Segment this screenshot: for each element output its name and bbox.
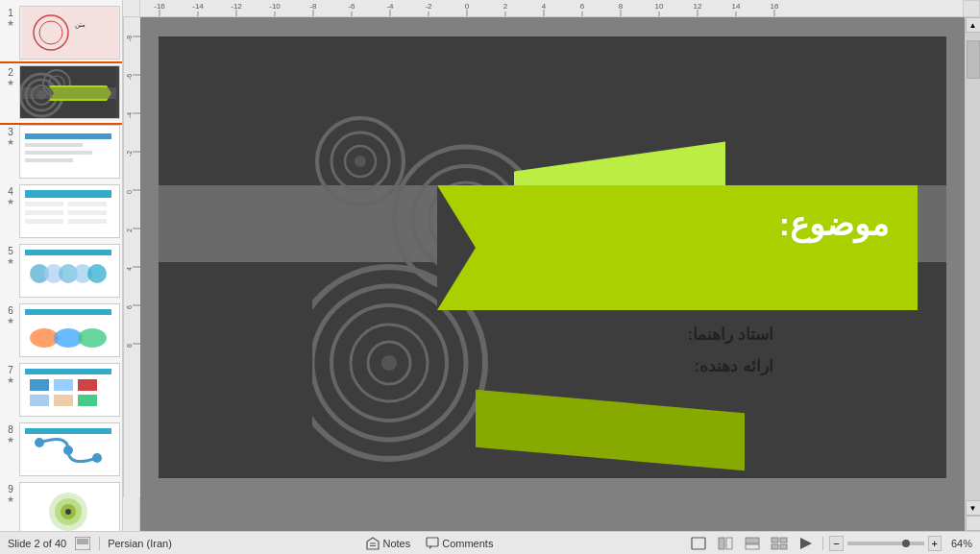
slide-info: Slide 2 of 40 <box>8 538 66 549</box>
slide-num-4: 4 <box>8 186 13 197</box>
thumb-img-5 <box>19 244 120 298</box>
editor-area: -16 -14 -12 -10 -8 -6 -4 <box>123 0 980 531</box>
star-9: ★ <box>7 494 14 504</box>
svg-text:-6: -6 <box>126 74 133 80</box>
scroll-down-button[interactable]: ▼ <box>966 500 981 516</box>
scroll-up-button[interactable]: ▲ <box>966 17 981 33</box>
svg-rect-47 <box>25 428 111 434</box>
svg-point-55 <box>65 509 71 515</box>
slide-thumb-1[interactable]: 1 ★ متن <box>0 4 122 63</box>
slide-num-3: 3 <box>8 127 13 137</box>
svg-rect-141 <box>772 544 778 549</box>
notes-button[interactable]: Notes <box>366 537 410 550</box>
svg-text:-2: -2 <box>126 151 133 157</box>
svg-text:16: 16 <box>771 2 779 11</box>
svg-point-117 <box>381 355 397 371</box>
zoom-percent-label: 64% <box>945 538 972 549</box>
slide-panel[interactable]: 1 ★ متن 2 ★ <box>0 0 123 531</box>
thumb-img-6 <box>19 303 120 357</box>
star-7: ★ <box>7 375 14 385</box>
svg-rect-22 <box>25 210 63 215</box>
zoom-in-button[interactable]: + <box>928 536 942 551</box>
advisor-label: استاد راهنما: <box>688 325 773 344</box>
star-1: ★ <box>7 18 14 28</box>
slide-num-9: 9 <box>8 484 13 494</box>
ruler-corner <box>123 0 140 17</box>
slide-thumb-4[interactable]: 4 ★ <box>0 182 122 242</box>
status-right: − + 64% <box>688 535 972 552</box>
zoom-controls: − + 64% <box>829 536 972 551</box>
slide-thumb-3[interactable]: 3 ★ <box>0 123 122 182</box>
thumb-img-4 <box>19 184 120 238</box>
zoom-out-button[interactable]: − <box>829 536 843 551</box>
slide-thumb-9[interactable]: 9 ★ <box>0 480 122 531</box>
divider-1 <box>99 537 100 550</box>
slide-num-2: 2 <box>8 67 13 78</box>
comments-button[interactable]: Comments <box>426 537 493 550</box>
svg-text:-10: -10 <box>269 2 281 11</box>
status-left: Slide 2 of 40 Persian (Iran) <box>8 535 172 552</box>
outline-view-button[interactable] <box>715 535 736 552</box>
svg-rect-15 <box>25 143 83 147</box>
svg-rect-136 <box>726 538 732 549</box>
slide-thumb-8[interactable]: 8 ★ <box>0 421 122 480</box>
svg-rect-21 <box>68 202 107 206</box>
status-center: Notes Comments <box>172 537 688 550</box>
svg-rect-27 <box>25 250 111 255</box>
canvas-scroll[interactable]: موضوع: استاد راهنما: ارائه دهنده: <box>140 17 965 531</box>
zoom-slider[interactable] <box>847 542 924 545</box>
svg-rect-139 <box>772 538 778 542</box>
ruler-horizontal: -16 -14 -12 -10 -8 -6 -4 <box>140 0 963 17</box>
notes-icon <box>366 537 380 550</box>
svg-marker-133 <box>429 546 432 549</box>
svg-rect-92 <box>123 17 140 497</box>
svg-rect-12 <box>20 87 116 99</box>
scroll-track-vertical[interactable] <box>966 33 981 500</box>
scroll-thumb-vertical[interactable] <box>967 40 980 79</box>
slide-num-5: 5 <box>8 246 13 256</box>
svg-text:10: 10 <box>655 2 664 11</box>
slide-thumb-5[interactable]: 5 ★ <box>0 242 122 301</box>
star-3: ★ <box>7 137 14 147</box>
ruler-vertical-svg: -8 -6 -4 -2 0 2 4 6 <box>123 17 140 497</box>
svg-rect-34 <box>25 309 111 315</box>
notes-view-button[interactable] <box>742 535 763 552</box>
slide-layout-icon <box>74 535 91 552</box>
comments-icon <box>426 537 439 550</box>
slide-thumb-7[interactable]: 7 ★ <box>0 361 122 421</box>
ruler-svg: -16 -14 -12 -10 -8 -6 -4 <box>140 0 963 17</box>
star-4: ★ <box>7 197 14 206</box>
vertical-scrollbar[interactable]: ▲ ▼ <box>965 17 980 531</box>
svg-rect-16 <box>25 151 92 155</box>
star-5: ★ <box>7 256 14 266</box>
svg-text:6: 6 <box>126 305 133 309</box>
slide-thumb-2[interactable]: 2 ★ <box>0 63 122 123</box>
slide-sorter-button[interactable] <box>769 535 790 552</box>
svg-text:-6: -6 <box>348 2 355 11</box>
svg-text:4: 4 <box>126 267 133 271</box>
slide-num-1: 1 <box>8 8 13 18</box>
slide-thumb-6[interactable]: 6 ★ <box>0 301 122 361</box>
svg-rect-14 <box>25 133 111 139</box>
scroll-corner <box>966 516 981 531</box>
ruler-top: -16 -14 -12 -10 -8 -6 -4 <box>123 0 980 17</box>
zoom-slider-thumb[interactable] <box>902 540 910 547</box>
svg-rect-142 <box>780 544 787 549</box>
svg-rect-0 <box>22 6 118 60</box>
slide-num-7: 7 <box>8 365 13 375</box>
svg-text:2: 2 <box>503 2 508 11</box>
svg-rect-25 <box>68 219 107 224</box>
svg-rect-137 <box>746 538 759 543</box>
presentation-view-button[interactable] <box>796 535 817 552</box>
svg-rect-17 <box>25 158 73 162</box>
ruler-left: -8 -6 -4 -2 0 2 4 6 <box>123 17 140 531</box>
svg-point-126 <box>355 156 366 167</box>
svg-text:8: 8 <box>619 2 624 11</box>
svg-rect-45 <box>78 395 97 406</box>
svg-marker-143 <box>800 538 812 549</box>
svg-text:-8: -8 <box>126 36 133 41</box>
svg-rect-134 <box>692 538 705 549</box>
svg-rect-135 <box>719 538 724 549</box>
svg-rect-44 <box>54 395 73 406</box>
normal-view-button[interactable] <box>688 535 709 552</box>
